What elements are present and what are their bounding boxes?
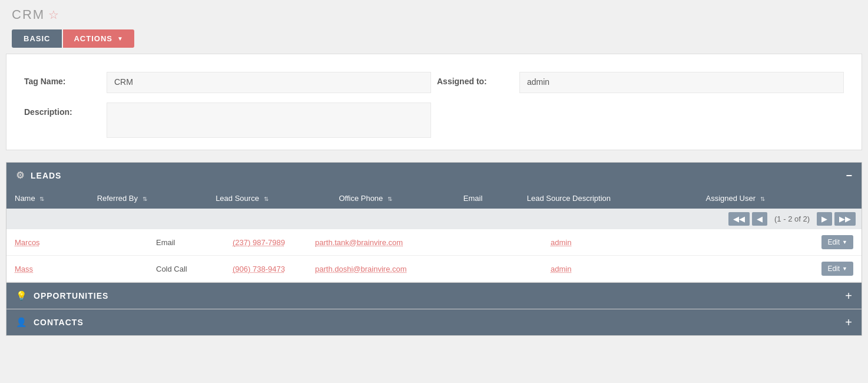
row1-assigned-user: admin [542, 229, 619, 256]
row2-lead-source: Cold Call [148, 256, 224, 282]
row1-edit: Edit ▼ [619, 229, 862, 256]
tag-name-label: Tag Name: [24, 72, 101, 86]
row1-lead-source: Email [148, 229, 224, 256]
leads-title: ⚙ LEADS [16, 170, 61, 181]
lead-name-link[interactable]: Marcos [15, 238, 40, 247]
assigned-to-value: admin [519, 72, 844, 93]
edit-caret-icon: ▼ [842, 239, 847, 245]
sort-referred-icon[interactable]: ⇅ [143, 196, 147, 202]
col-lead-source-desc: Lead Source Description [519, 188, 698, 209]
contacts-title: 👤 CONTACTS [16, 317, 84, 328]
leads-table: Name ⇅ Referred By ⇅ Lead Source ⇅ Offic… [6, 188, 862, 209]
contacts-expand-button[interactable]: + [845, 316, 852, 328]
assigned-to-label: Assigned to: [437, 72, 513, 86]
col-name: Name ⇅ [6, 188, 89, 209]
lead-phone-link[interactable]: (237) 987-7989 [233, 238, 285, 247]
leads-collapse-button[interactable]: − [846, 170, 852, 181]
opportunities-expand-button[interactable]: + [845, 290, 852, 302]
row1-lead-source-desc [436, 229, 542, 256]
contacts-header: 👤 CONTACTS + [6, 309, 862, 335]
col-email: Email [455, 188, 519, 209]
actions-label: ACTIONS [74, 34, 112, 43]
bulb-icon: 💡 [16, 290, 28, 301]
col-actions [832, 188, 862, 209]
gear-icon: ⚙ [16, 170, 25, 181]
person-icon: 👤 [16, 317, 28, 328]
crm-logo: CRM ☆ [12, 7, 60, 22]
row2-name: Mass [6, 256, 71, 282]
row1-email: parth.tank@brainvire.com [307, 229, 436, 256]
pag-prev-button[interactable]: ◀ [752, 212, 767, 226]
sort-lead-source-icon[interactable]: ⇅ [264, 196, 269, 202]
star-icon: ☆ [48, 8, 60, 22]
lead-phone-link[interactable]: (906) 738-9473 [233, 265, 285, 273]
sort-name-icon[interactable]: ⇅ [39, 196, 44, 202]
sort-office-phone-icon[interactable]: ⇅ [387, 196, 392, 202]
opportunities-header: 💡 OPPORTUNITIES + [6, 283, 862, 309]
pag-last-button[interactable]: ▶▶ [834, 212, 856, 226]
row1-name: Marcos [6, 229, 71, 256]
basic-button[interactable]: BASIC [12, 29, 62, 48]
row2-office-phone: (906) 738-9473 [224, 256, 307, 282]
leads-title-text: LEADS [31, 171, 61, 180]
col-office-phone: Office Phone ⇅ [330, 188, 455, 209]
contacts-section: 👤 CONTACTS + [6, 309, 862, 336]
lead-email-link[interactable]: parth.doshi@brainvire.com [315, 265, 407, 273]
main-content: Tag Name: CRM Assigned to: admin Descrip… [6, 54, 862, 150]
opportunities-section: 💡 OPPORTUNITIES + [6, 283, 862, 309]
row2-referred-by [71, 256, 148, 282]
pag-first-button[interactable]: ◀◀ [728, 212, 750, 226]
toolbar: BASIC ACTIONS ▼ [0, 29, 868, 54]
table-row: Mass Cold Call (906) 738-9473 parth.dosh… [6, 256, 862, 282]
row1-office-phone: (237) 987-7989 [224, 229, 307, 256]
leads-data-table: Marcos Email (237) 987-7989 parth.tank@b… [6, 229, 862, 282]
row2-email: parth.doshi@brainvire.com [307, 256, 436, 282]
description-label: Description: [24, 103, 101, 117]
leads-pagination: ◀◀ ◀ (1 - 2 of 2) ▶ ▶▶ [6, 209, 862, 229]
row2-assigned-user: admin [542, 256, 619, 282]
edit-caret-icon: ▼ [842, 266, 847, 272]
table-row: Marcos Email (237) 987-7989 parth.tank@b… [6, 229, 862, 256]
app-header: CRM ☆ [0, 0, 868, 29]
row2-edit: Edit ▼ [619, 256, 862, 282]
contacts-title-text: CONTACTS [34, 318, 84, 327]
col-lead-source: Lead Source ⇅ [207, 188, 330, 209]
leads-section-header: ⚙ LEADS − [6, 163, 862, 188]
tag-form: Tag Name: CRM Assigned to: admin Descrip… [24, 72, 844, 138]
row1-referred-by [71, 229, 148, 256]
col-referred-by: Referred By ⇅ [89, 188, 208, 209]
leads-table-header-row: Name ⇅ Referred By ⇅ Lead Source ⇅ Offic… [6, 188, 862, 209]
col-assigned-user: Assigned User ⇅ [697, 188, 832, 209]
leads-section: ⚙ LEADS − Name ⇅ Referred By ⇅ Lead S [6, 162, 862, 283]
tag-name-value: CRM [107, 72, 431, 93]
lead-email-link[interactable]: parth.tank@brainvire.com [315, 238, 403, 247]
row1-edit-button[interactable]: Edit ▼ [821, 235, 853, 249]
pag-next-button[interactable]: ▶ [817, 212, 832, 226]
sort-assigned-icon[interactable]: ⇅ [760, 196, 765, 202]
leads-wrapper: ⚙ LEADS − Name ⇅ Referred By ⇅ Lead S [0, 162, 868, 336]
actions-caret-icon: ▼ [117, 35, 124, 42]
opportunities-title-text: OPPORTUNITIES [34, 291, 108, 301]
lead-assigned-link[interactable]: admin [551, 238, 571, 247]
description-value [107, 103, 431, 138]
row2-edit-button[interactable]: Edit ▼ [821, 262, 853, 276]
opportunities-title: 💡 OPPORTUNITIES [16, 290, 108, 301]
logo-text: CRM [12, 7, 45, 22]
lead-assigned-link[interactable]: admin [551, 265, 571, 273]
actions-button[interactable]: ACTIONS ▼ [63, 29, 134, 48]
pag-info: (1 - 2 of 2) [770, 214, 814, 223]
row2-lead-source-desc [436, 256, 542, 282]
lead-name-link[interactable]: Mass [15, 265, 33, 273]
